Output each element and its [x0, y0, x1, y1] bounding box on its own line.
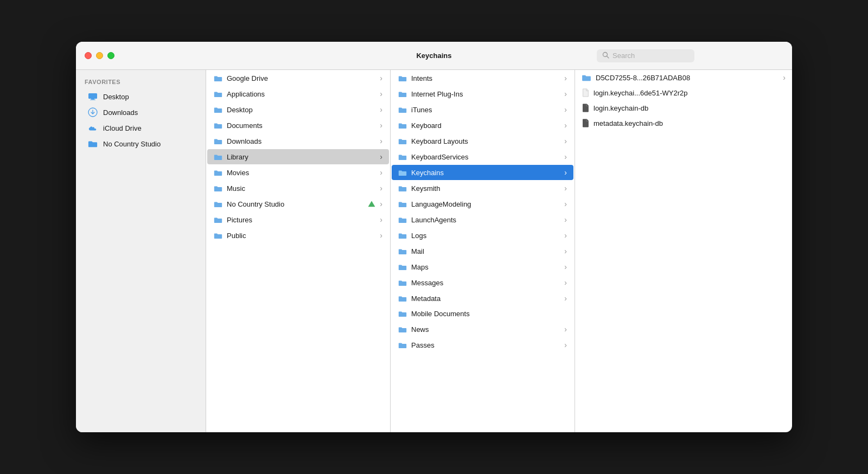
svg-rect-3 [91, 99, 94, 100]
chevron-icon [564, 152, 567, 161]
col1-public[interactable]: Public [207, 228, 389, 243]
folder-icon [398, 342, 407, 349]
folder-icon [398, 232, 407, 239]
chevron-icon [564, 294, 567, 303]
finder-window: Keychains Search Favorites Des [76, 42, 792, 432]
col2-metadata[interactable]: Metadata [392, 291, 573, 306]
col2-messages[interactable]: Messages [392, 275, 573, 290]
col2-keysmith[interactable]: Keysmith [392, 181, 573, 196]
icloud-icon [88, 123, 98, 133]
search-placeholder: Search [612, 52, 635, 60]
chevron-icon [564, 184, 567, 193]
col2-keyboardservices[interactable]: KeyboardServices [392, 149, 573, 164]
col1-music[interactable]: Music [207, 181, 389, 196]
chevron-icon [564, 262, 567, 271]
col2-logs-label: Logs [411, 232, 560, 240]
col2-messages-label: Messages [411, 279, 560, 287]
col2-intents[interactable]: Intents [392, 71, 573, 86]
folder-icon [214, 185, 222, 192]
chevron-icon [380, 105, 382, 114]
col1-downloads[interactable]: Downloads [207, 133, 389, 149]
search-box[interactable]: Search [597, 49, 694, 62]
col1-googledrive-label: Google Drive [227, 74, 375, 82]
col1-movies[interactable]: Movies [207, 165, 389, 180]
col2-keyboardlayouts[interactable]: Keyboard Layouts [392, 133, 573, 149]
col2-mobiledocuments[interactable]: Mobile Documents [392, 306, 573, 321]
col1-nocountry[interactable]: No Country Studio [207, 196, 389, 212]
chevron-icon [380, 184, 382, 193]
col1-library[interactable]: Library [207, 149, 389, 164]
col3-d5cd-label: D5CD7255-8...26B71ADAB08 [596, 74, 778, 82]
sidebar-item-nocountry[interactable]: No Country Studio [79, 136, 202, 151]
col2-logs[interactable]: Logs [392, 228, 573, 243]
window-title: Keychains [416, 52, 451, 60]
col1-movies-label: Movies [227, 169, 375, 177]
folder-icon [398, 153, 407, 161]
col2-keychains[interactable]: Keychains [392, 165, 573, 180]
col2-keyboard-label: Keyboard [411, 121, 560, 130]
chevron-icon [783, 73, 786, 82]
content-area: Favorites Desktop Downloads [76, 70, 792, 432]
folder-icon [398, 216, 407, 223]
col2-launchagents[interactable]: LaunchAgents [392, 212, 573, 227]
column-2: Intents Internet Plug-Ins iTunes [391, 70, 575, 432]
search-icon [602, 52, 609, 60]
folder-icon [398, 201, 407, 208]
col3-loginkeychaindb[interactable]: login.keychain-db [575, 100, 792, 116]
col1-nocountry-label: No Country Studio [227, 200, 363, 208]
chevron-icon [380, 215, 382, 224]
col1-documents[interactable]: Documents [207, 118, 389, 133]
chevron-icon [564, 247, 567, 255]
maximize-button[interactable] [107, 52, 114, 59]
chevron-icon [564, 231, 567, 240]
folder-icon [214, 91, 222, 98]
col1-pictures[interactable]: Pictures [207, 212, 389, 227]
folder-icon [214, 216, 222, 223]
chevron-icon [564, 137, 567, 145]
col3-metadatakeychaindb-label: metadata.keychain-db [593, 119, 786, 127]
col2-keyboard[interactable]: Keyboard [392, 118, 573, 133]
folder-icon [398, 264, 407, 271]
col1-desktop-label: Desktop [227, 106, 375, 114]
folder-icon [398, 122, 407, 129]
chevron-icon [380, 168, 382, 177]
sidebar-item-desktop[interactable]: Desktop [79, 89, 202, 104]
col2-news[interactable]: News [392, 322, 573, 337]
chevron-icon [564, 105, 567, 114]
chevron-icon [564, 341, 567, 349]
col2-mail-label: Mail [411, 247, 560, 255]
column-1: Google Drive Applications Desktop [206, 70, 391, 432]
col3-loginkeychain[interactable]: login.keychai...6de51-WY2r2p [575, 85, 792, 100]
col2-mail[interactable]: Mail [392, 244, 573, 259]
folder-icon [214, 169, 222, 176]
col3-d5cd[interactable]: D5CD7255-8...26B71ADAB08 [575, 70, 792, 85]
sidebar-item-downloads[interactable]: Downloads [79, 105, 202, 120]
col1-documents-label: Documents [227, 121, 375, 130]
folder-icon [214, 138, 222, 145]
col2-itunes-label: iTunes [411, 106, 560, 114]
col2-languagemodeling[interactable]: LanguageModeling [392, 196, 573, 212]
folder-icon [214, 153, 222, 161]
minimize-button[interactable] [96, 52, 103, 59]
col1-desktop[interactable]: Desktop [207, 102, 389, 117]
col2-maps[interactable]: Maps [392, 259, 573, 274]
col3-loginkeychain-label: login.keychai...6de51-WY2r2p [593, 89, 786, 97]
col1-applications-label: Applications [227, 90, 375, 98]
file-dark-icon [582, 104, 589, 112]
chevron-icon [564, 121, 567, 130]
col2-internetplugins[interactable]: Internet Plug-Ins [392, 86, 573, 101]
col2-keychains-label: Keychains [411, 169, 560, 177]
col2-passes[interactable]: Passes [392, 337, 573, 353]
col1-applications[interactable]: Applications [207, 86, 389, 101]
svg-rect-2 [88, 93, 97, 99]
sidebar-item-icloud[interactable]: iCloud Drive [79, 120, 202, 136]
col2-languagemodeling-label: LanguageModeling [411, 200, 560, 208]
col1-music-label: Music [227, 184, 375, 193]
col2-itunes[interactable]: iTunes [392, 102, 573, 117]
chevron-icon [564, 325, 567, 334]
close-button[interactable] [85, 52, 92, 59]
col1-googledrive[interactable]: Google Drive [207, 71, 389, 86]
col3-metadatakeychaindb[interactable]: metadata.keychain-db [575, 116, 792, 131]
chevron-icon [564, 89, 567, 98]
col3-loginkeychaindb-label: login.keychain-db [593, 104, 786, 112]
